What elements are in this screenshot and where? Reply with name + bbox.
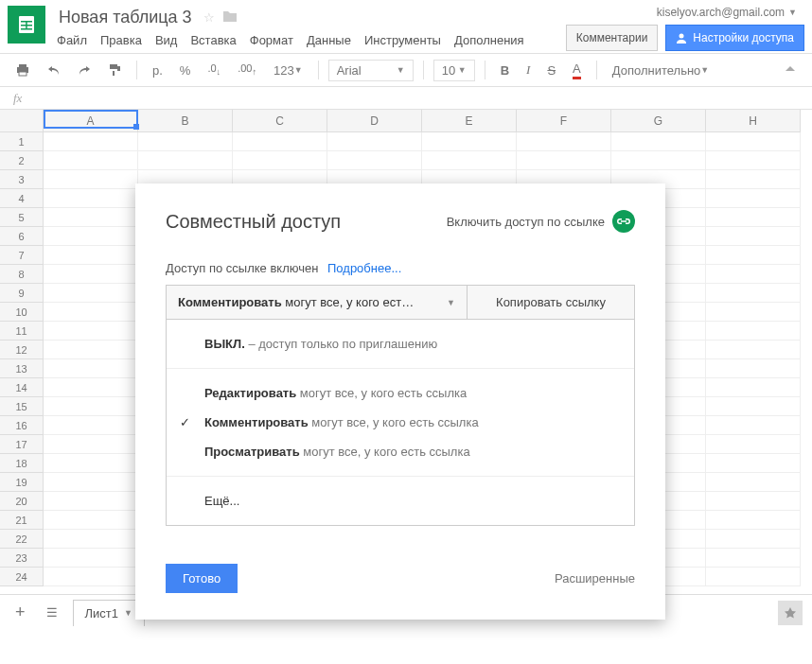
cell[interactable] xyxy=(706,246,801,265)
cell[interactable] xyxy=(44,246,138,265)
cell[interactable] xyxy=(44,511,138,530)
more-tools[interactable]: Дополнительно ▼ xyxy=(607,60,715,81)
cell[interactable] xyxy=(706,189,801,208)
option-off[interactable]: ВЫКЛ. – доступ только по приглашению xyxy=(167,329,634,358)
cell[interactable] xyxy=(44,170,138,189)
learn-more-link[interactable]: Подробнее... xyxy=(327,261,401,275)
cell[interactable] xyxy=(44,151,138,170)
row-header[interactable]: 16 xyxy=(0,416,44,435)
cell[interactable] xyxy=(233,132,327,151)
menu-view[interactable]: Вид xyxy=(155,33,178,47)
cell[interactable] xyxy=(706,511,801,530)
paint-format-icon[interactable] xyxy=(102,60,127,80)
cell[interactable] xyxy=(44,416,138,435)
cell[interactable] xyxy=(422,132,517,151)
menu-insert[interactable]: Вставка xyxy=(190,33,236,47)
option-view[interactable]: Просматривать могут все, у кого есть ссы… xyxy=(167,437,634,466)
row-header[interactable]: 23 xyxy=(0,549,44,568)
cell[interactable] xyxy=(44,227,138,246)
comments-button[interactable]: Комментарии xyxy=(566,25,659,51)
cell[interactable] xyxy=(706,359,801,378)
menu-format[interactable]: Формат xyxy=(250,33,293,47)
cell[interactable] xyxy=(44,568,138,586)
row-header[interactable]: 17 xyxy=(0,435,44,454)
row-header[interactable]: 2 xyxy=(0,151,44,170)
row-header[interactable]: 11 xyxy=(0,322,44,341)
row-header[interactable]: 20 xyxy=(0,492,44,511)
column-header[interactable]: B xyxy=(138,110,233,132)
cell[interactable] xyxy=(327,151,422,170)
cell[interactable] xyxy=(44,492,138,511)
italic-button[interactable]: I xyxy=(521,59,536,81)
cell[interactable] xyxy=(44,284,138,303)
cell[interactable] xyxy=(138,151,233,170)
cell[interactable] xyxy=(706,416,801,435)
cell[interactable] xyxy=(44,378,138,397)
undo-icon[interactable] xyxy=(42,61,66,79)
row-header[interactable]: 13 xyxy=(0,359,44,378)
copy-link-button[interactable]: Копировать ссылку xyxy=(468,286,634,319)
column-header[interactable]: A xyxy=(44,110,138,132)
advanced-link[interactable]: Расширенные xyxy=(555,571,635,585)
column-header[interactable]: F xyxy=(517,110,611,132)
menu-addons[interactable]: Дополнения xyxy=(454,33,524,47)
cell[interactable] xyxy=(44,132,138,151)
row-header[interactable]: 3 xyxy=(0,170,44,189)
column-header[interactable]: C xyxy=(233,110,327,132)
cell[interactable] xyxy=(44,454,138,473)
cell[interactable] xyxy=(44,549,138,568)
menu-edit[interactable]: Правка xyxy=(100,33,142,47)
column-header[interactable]: D xyxy=(327,110,422,132)
column-header[interactable]: G xyxy=(611,110,706,132)
explore-button[interactable] xyxy=(778,601,803,625)
cell[interactable] xyxy=(422,151,517,170)
cell[interactable] xyxy=(44,265,138,284)
font-size-select[interactable]: 10▼ xyxy=(433,60,475,81)
cell[interactable] xyxy=(44,359,138,378)
cell[interactable] xyxy=(706,435,801,454)
cell[interactable] xyxy=(517,151,611,170)
number-format[interactable]: 123 ▼ xyxy=(268,60,309,81)
doc-title[interactable]: Новая таблица 3 xyxy=(55,6,196,29)
cell[interactable] xyxy=(706,303,801,322)
menu-tools[interactable]: Инструменты xyxy=(364,33,441,47)
share-button[interactable]: Настройки доступа xyxy=(665,25,804,51)
cell[interactable] xyxy=(706,284,801,303)
cell[interactable] xyxy=(706,530,801,549)
cell[interactable] xyxy=(611,151,706,170)
row-header[interactable]: 8 xyxy=(0,265,44,284)
cell[interactable] xyxy=(44,322,138,341)
percent-format[interactable]: % xyxy=(174,60,197,81)
cell[interactable] xyxy=(706,132,801,151)
column-header[interactable]: E xyxy=(422,110,517,132)
decrease-decimal[interactable]: .0↓ xyxy=(202,59,226,80)
font-select[interactable]: Arial▼ xyxy=(328,60,414,81)
row-header[interactable]: 10 xyxy=(0,303,44,322)
row-header[interactable]: 22 xyxy=(0,530,44,549)
link-sharing-toggle[interactable]: Включить доступ по ссылке xyxy=(447,210,635,233)
row-header[interactable]: 12 xyxy=(0,341,44,359)
cell[interactable] xyxy=(44,303,138,322)
bold-button[interactable]: B xyxy=(495,60,515,81)
row-header[interactable]: 14 xyxy=(0,378,44,397)
cell[interactable] xyxy=(706,454,801,473)
row-header[interactable]: 24 xyxy=(0,568,44,586)
row-header[interactable]: 9 xyxy=(0,284,44,303)
option-comment[interactable]: ✓ Комментировать могут все, у кого есть … xyxy=(167,408,634,437)
row-header[interactable]: 7 xyxy=(0,246,44,265)
option-more[interactable]: Ещё... xyxy=(167,486,634,515)
sheet-tab[interactable]: Лист1 ▼ xyxy=(73,600,145,626)
star-icon[interactable]: ☆ xyxy=(203,10,215,25)
cell[interactable] xyxy=(706,568,801,586)
cell[interactable] xyxy=(44,530,138,549)
option-edit[interactable]: Редактировать могут все, у кого есть ссы… xyxy=(167,378,634,408)
redo-icon[interactable] xyxy=(72,61,97,79)
cell[interactable] xyxy=(611,132,706,151)
cell[interactable] xyxy=(706,151,801,170)
text-color-button[interactable]: A xyxy=(567,58,587,83)
done-button[interactable]: Готово xyxy=(166,564,238,593)
all-sheets-icon[interactable]: ☰ xyxy=(41,602,63,623)
cell[interactable] xyxy=(706,378,801,397)
add-sheet-icon[interactable]: + xyxy=(9,599,31,626)
cell[interactable] xyxy=(44,189,138,208)
